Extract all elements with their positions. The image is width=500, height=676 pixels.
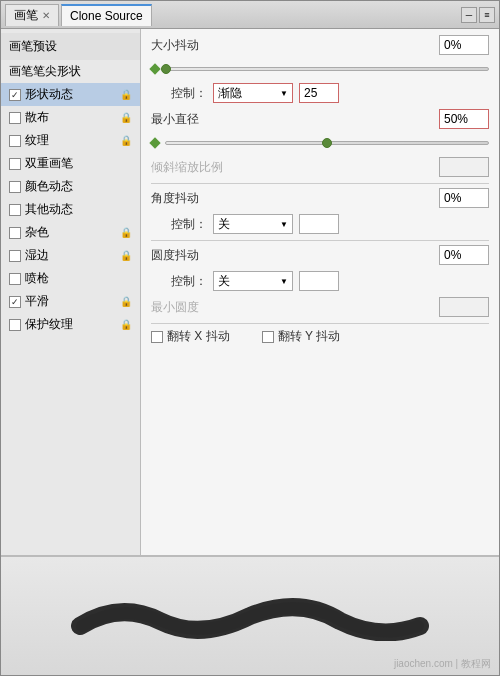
size-jitter-row: 大小抖动	[151, 35, 489, 55]
min-diameter-slider-thumb[interactable]	[322, 138, 332, 148]
tab-clone-source[interactable]: Clone Source	[61, 4, 152, 26]
sidebar-item-tip-shape[interactable]: 画笔笔尖形状	[1, 60, 140, 83]
texture-lock-icon: 🔒	[120, 135, 132, 146]
tilt-scale-row: 倾斜缩放比例	[151, 157, 489, 177]
wet-edges-checkbox[interactable]	[9, 250, 21, 262]
size-diamond-icon	[149, 63, 160, 74]
dual-brush-checkbox[interactable]	[9, 158, 21, 170]
min-roundness-label: 最小圆度	[151, 299, 199, 316]
sidebar-item-smooth[interactable]: ✓ 平滑 🔒	[1, 290, 140, 313]
sidebar-item-texture[interactable]: 纹理 🔒	[1, 129, 140, 152]
flip-y-label: 翻转 Y 抖动	[278, 328, 340, 345]
min-diameter-row: 最小直径	[151, 109, 489, 129]
roundness-dropdown-arrow: ▼	[280, 277, 288, 286]
smooth-label: 平滑	[25, 293, 49, 310]
sidebar-item-dual-brush[interactable]: 双重画笔	[1, 152, 140, 175]
angle-dropdown-value: 关	[218, 216, 230, 233]
size-slider[interactable]	[165, 61, 489, 77]
tilt-scale-label: 倾斜缩放比例	[151, 159, 223, 176]
roundness-control-input[interactable]	[299, 271, 339, 291]
sidebar-item-wet-edges[interactable]: 湿边 🔒	[1, 244, 140, 267]
scatter-lock-icon: 🔒	[120, 112, 132, 123]
protect-texture-lock-icon: 🔒	[120, 319, 132, 330]
smooth-lock-icon: 🔒	[120, 296, 132, 307]
min-diameter-slider-track	[165, 141, 489, 145]
min-diameter-input[interactable]	[439, 109, 489, 129]
tip-shape-label: 画笔笔尖形状	[9, 63, 81, 80]
wet-edges-label: 湿边	[25, 247, 49, 264]
tab-close-icon[interactable]: ✕	[42, 10, 50, 21]
angle-dropdown-arrow: ▼	[280, 220, 288, 229]
brush-stroke-preview	[60, 591, 440, 641]
control-label-1: 控制：	[171, 85, 207, 102]
sidebar-item-noise[interactable]: 杂色 🔒	[1, 221, 140, 244]
tab-clone-source-label: Clone Source	[70, 9, 143, 23]
angle-control-input[interactable]	[299, 214, 339, 234]
noise-checkbox[interactable]	[9, 227, 21, 239]
size-slider-track	[165, 67, 489, 71]
tab-brush[interactable]: 画笔 ✕	[5, 4, 59, 26]
flip-x-group: 翻转 X 抖动	[151, 328, 230, 345]
sidebar: 画笔预设 画笔笔尖形状 ✓ 形状动态 🔒 散布 🔒 纹理 🔒	[1, 29, 141, 555]
min-diameter-slider[interactable]	[165, 135, 489, 151]
other-dynamics-checkbox[interactable]	[9, 204, 21, 216]
roundness-jitter-row: 圆度抖动	[151, 245, 489, 265]
flip-y-checkbox[interactable]	[262, 331, 274, 343]
size-jitter-label: 大小抖动	[151, 37, 199, 54]
size-jitter-input[interactable]	[439, 35, 489, 55]
preset-label: 画笔预设	[9, 38, 57, 55]
min-roundness-row: 最小圆度	[151, 297, 489, 317]
brush-preview-area: jiaochen.com | 教程网	[1, 555, 499, 675]
wet-edges-lock-icon: 🔒	[120, 250, 132, 261]
divider-1	[151, 183, 489, 184]
roundness-control-label: 控制：	[171, 273, 207, 290]
flip-x-checkbox[interactable]	[151, 331, 163, 343]
size-slider-thumb[interactable]	[161, 64, 171, 74]
control-row-1: 控制： 渐隐 ▼	[151, 83, 489, 103]
control-input-1[interactable]	[299, 83, 339, 103]
color-dynamics-checkbox[interactable]	[9, 181, 21, 193]
flip-x-label: 翻转 X 抖动	[167, 328, 230, 345]
control-dropdown-1[interactable]: 渐隐 ▼	[213, 83, 293, 103]
shape-dynamics-lock-icon: 🔒	[120, 89, 132, 100]
main-content: 画笔预设 画笔笔尖形状 ✓ 形状动态 🔒 散布 🔒 纹理 🔒	[1, 29, 499, 555]
texture-checkbox[interactable]	[9, 135, 21, 147]
angle-jitter-row: 角度抖动	[151, 188, 489, 208]
sidebar-item-color-dynamics[interactable]: 颜色动态	[1, 175, 140, 198]
texture-label: 纹理	[25, 132, 49, 149]
min-diameter-diamond-icon	[149, 137, 160, 148]
angle-control-label: 控制：	[171, 216, 207, 233]
min-diameter-label: 最小直径	[151, 111, 199, 128]
size-slider-row	[151, 61, 489, 77]
sidebar-item-other-dynamics[interactable]: 其他动态	[1, 198, 140, 221]
shape-dynamics-checkbox[interactable]: ✓	[9, 89, 21, 101]
roundness-jitter-input[interactable]	[439, 245, 489, 265]
airbrush-label: 喷枪	[25, 270, 49, 287]
main-window: 画笔 ✕ Clone Source ─ ≡ 画笔预设 画笔笔尖形状 ✓ 形状动态…	[0, 0, 500, 676]
sidebar-item-scatter[interactable]: 散布 🔒	[1, 106, 140, 129]
divider-2	[151, 240, 489, 241]
roundness-control-dropdown[interactable]: 关 ▼	[213, 271, 293, 291]
protect-texture-checkbox[interactable]	[9, 319, 21, 331]
sidebar-item-airbrush[interactable]: 喷枪	[1, 267, 140, 290]
sidebar-item-shape-dynamics[interactable]: ✓ 形状动态 🔒	[1, 83, 140, 106]
angle-jitter-input[interactable]	[439, 188, 489, 208]
smooth-checkbox[interactable]: ✓	[9, 296, 21, 308]
tilt-scale-input[interactable]	[439, 157, 489, 177]
dropdown-arrow-1: ▼	[280, 89, 288, 98]
shape-dynamics-label: 形状动态	[25, 86, 73, 103]
menu-button[interactable]: ≡	[479, 7, 495, 23]
minimize-button[interactable]: ─	[461, 7, 477, 23]
min-roundness-input[interactable]	[439, 297, 489, 317]
angle-jitter-label: 角度抖动	[151, 190, 199, 207]
tab-brush-label: 画笔	[14, 7, 38, 24]
roundness-control-row: 控制： 关 ▼	[151, 271, 489, 291]
sidebar-item-protect-texture[interactable]: 保护纹理 🔒	[1, 313, 140, 336]
scatter-checkbox[interactable]	[9, 112, 21, 124]
scatter-label: 散布	[25, 109, 49, 126]
window-controls: ─ ≡	[461, 7, 495, 23]
airbrush-checkbox[interactable]	[9, 273, 21, 285]
sidebar-item-preset[interactable]: 画笔预设	[1, 33, 140, 60]
angle-control-dropdown[interactable]: 关 ▼	[213, 214, 293, 234]
angle-control-row: 控制： 关 ▼	[151, 214, 489, 234]
